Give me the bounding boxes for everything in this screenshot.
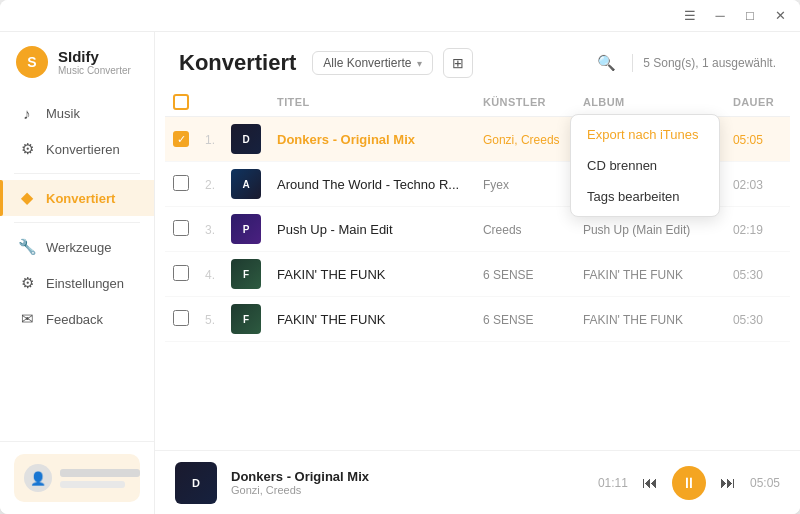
- track-thumbnail: F: [231, 304, 261, 334]
- col-duration: DAUER: [725, 88, 790, 117]
- player-controls: ⏮ ⏸ ⏭: [642, 466, 736, 500]
- grid-icon: ⊞: [452, 55, 464, 71]
- sidebar-label-werkzeuge: Werkzeuge: [46, 240, 112, 255]
- context-menu-item-tags[interactable]: Tags bearbeiten: [571, 181, 719, 212]
- track-checkbox-checked[interactable]: ✓: [173, 131, 189, 147]
- track-thumbnail: F: [231, 259, 261, 289]
- table-row[interactable]: 4.FFAKIN' THE FUNK6 SENSEFAKIN' THE FUNK…: [165, 252, 790, 297]
- track-checkbox[interactable]: [173, 265, 189, 281]
- search-icon[interactable]: 🔍: [591, 54, 622, 72]
- player-total-time: 05:05: [750, 476, 780, 490]
- nav-divider-2: [14, 222, 140, 223]
- table-header-row: TITEL KÜNSTLER ALBUM DAUER: [165, 88, 790, 117]
- sidebar: S SIdify Music Converter ♪ Musik ⚙ Konve…: [0, 32, 155, 514]
- track-thumbnail: A: [231, 169, 261, 199]
- window-controls: ☰ ─ □ ✕: [682, 8, 788, 24]
- sidebar-bottom: 👤: [0, 441, 154, 514]
- avatar: 👤: [24, 464, 52, 492]
- music-icon: ♪: [18, 105, 36, 122]
- track-title: FAKIN' THE FUNK: [277, 312, 385, 327]
- nav-divider: [14, 173, 140, 174]
- track-album: Push Up (Main Edit): [583, 223, 690, 237]
- player-track-title: Donkers - Original Mix: [231, 469, 369, 484]
- table-row[interactable]: 5.FFAKIN' THE FUNK6 SENSEFAKIN' THE FUNK…: [165, 297, 790, 342]
- context-menu-item-cd[interactable]: CD brennen: [571, 150, 719, 181]
- track-artist: Fyex: [483, 178, 509, 192]
- track-number: 4.: [205, 268, 215, 282]
- track-duration: 02:19: [733, 223, 779, 237]
- filter-label: Alle Konvertierte: [323, 56, 411, 70]
- grid-view-button[interactable]: ⊞: [443, 48, 473, 78]
- track-checkbox[interactable]: [173, 175, 189, 191]
- converted-icon: ◆: [18, 189, 36, 207]
- menu-button[interactable]: ☰: [682, 8, 698, 24]
- track-number: 3.: [205, 223, 215, 237]
- track-artist: Gonzi, Creeds: [483, 133, 560, 147]
- track-checkbox[interactable]: [173, 310, 189, 326]
- chevron-down-icon: ▾: [417, 58, 422, 69]
- prev-button[interactable]: ⏮: [642, 474, 658, 492]
- track-artist: 6 SENSE: [483, 268, 534, 282]
- col-check: [165, 88, 197, 117]
- song-count: 5 Song(s), 1 ausgewählt.: [643, 56, 776, 70]
- col-album: ALBUM: [575, 88, 725, 117]
- track-number: 5.: [205, 313, 215, 327]
- sidebar-item-konvertieren[interactable]: ⚙ Konvertieren: [0, 131, 154, 167]
- next-button[interactable]: ⏭: [720, 474, 736, 492]
- sidebar-label-musik: Musik: [46, 106, 80, 121]
- track-title: Push Up - Main Edit: [277, 222, 393, 237]
- app-subtitle: Music Converter: [58, 65, 131, 76]
- sidebar-item-feedback[interactable]: ✉ Feedback: [0, 301, 154, 337]
- user-name: [60, 469, 140, 477]
- track-duration: 02:03: [733, 178, 779, 192]
- sidebar-label-konvertiert: Konvertiert: [46, 191, 115, 206]
- col-artist: KÜNSTLER: [475, 88, 575, 117]
- select-all-checkbox[interactable]: [173, 94, 189, 110]
- main-content: Konvertiert Alle Konvertierte ▾ ⊞ 🔍 5 So…: [155, 32, 800, 514]
- sidebar-item-einstellungen[interactable]: ⚙ Einstellungen: [0, 265, 154, 301]
- tools-icon: 🔧: [18, 238, 36, 256]
- track-number: 1.: [205, 133, 215, 147]
- feedback-icon: ✉: [18, 310, 36, 328]
- track-number: 2.: [205, 178, 215, 192]
- page-title: Konvertiert: [179, 50, 296, 76]
- maximize-button[interactable]: □: [742, 8, 758, 24]
- track-checkbox[interactable]: [173, 220, 189, 236]
- track-album: FAKIN' THE FUNK: [583, 313, 683, 327]
- player-track-artist: Gonzi, Creeds: [231, 484, 369, 496]
- convert-icon: ⚙: [18, 140, 36, 158]
- filter-dropdown[interactable]: Alle Konvertierte ▾: [312, 51, 433, 75]
- player-thumb: D: [175, 462, 217, 504]
- settings-icon: ⚙: [18, 274, 36, 292]
- logo-icon: S: [16, 46, 48, 78]
- track-title: Around The World - Techno R...: [277, 177, 459, 192]
- sidebar-item-werkzeuge[interactable]: 🔧 Werkzeuge: [0, 229, 154, 265]
- close-button[interactable]: ✕: [772, 8, 788, 24]
- col-title: TITEL: [269, 88, 475, 117]
- track-thumbnail: D: [231, 124, 261, 154]
- sidebar-nav: ♪ Musik ⚙ Konvertieren ◆ Konvertiert 🔧 W…: [0, 88, 154, 441]
- track-artist: 6 SENSE: [483, 313, 534, 327]
- context-menu: Export nach iTunes CD brennen Tags bearb…: [570, 114, 720, 217]
- sidebar-label-einstellungen: Einstellungen: [46, 276, 124, 291]
- sidebar-label-feedback: Feedback: [46, 312, 103, 327]
- track-duration: 05:30: [733, 268, 779, 282]
- sidebar-item-musik[interactable]: ♪ Musik: [0, 96, 154, 131]
- track-artist: Creeds: [483, 223, 522, 237]
- col-thumb: [223, 88, 269, 117]
- player-info: Donkers - Original Mix Gonzi, Creeds: [231, 469, 369, 496]
- player-bar: D Donkers - Original Mix Gonzi, Creeds 0…: [155, 450, 800, 514]
- context-menu-item-export[interactable]: Export nach iTunes: [571, 119, 719, 150]
- play-pause-button[interactable]: ⏸: [672, 466, 706, 500]
- sidebar-item-konvertiert[interactable]: ◆ Konvertiert: [0, 180, 154, 216]
- player-current-time: 01:11: [598, 476, 628, 490]
- user-card[interactable]: 👤: [14, 454, 140, 502]
- content-header: Konvertiert Alle Konvertierte ▾ ⊞ 🔍 5 So…: [155, 32, 800, 88]
- track-thumbnail: P: [231, 214, 261, 244]
- app-name: SIdify: [58, 48, 131, 65]
- app-logo: S SIdify Music Converter: [0, 32, 154, 88]
- track-album: FAKIN' THE FUNK: [583, 268, 683, 282]
- track-duration: 05:30: [733, 313, 779, 327]
- minimize-button[interactable]: ─: [712, 8, 728, 24]
- track-duration: 05:05: [733, 133, 779, 147]
